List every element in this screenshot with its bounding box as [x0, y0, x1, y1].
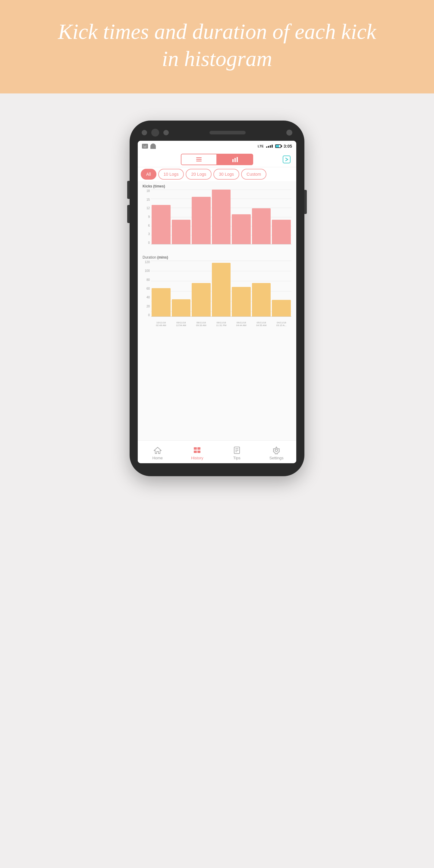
kicks-bar-5 [232, 214, 251, 244]
duration-bar-4 [212, 263, 231, 317]
camera-dot-right [286, 130, 292, 135]
kicks-chart-label: Kicks (times) [143, 184, 291, 188]
duration-bar-5 [232, 287, 251, 317]
nav-label-settings: Settings [270, 456, 284, 460]
speaker-bar [210, 131, 246, 134]
svg-marker-10 [154, 447, 161, 454]
volume-button-up [127, 181, 130, 199]
kicks-bar-4 [212, 190, 231, 244]
camera-area [142, 129, 169, 136]
bottom-nav: Home History [138, 440, 296, 463]
header-banner: Kick times and duration of each kick in … [0, 0, 434, 93]
lte-label: LTE [258, 144, 264, 148]
signal-icon [266, 145, 273, 148]
svg-rect-4 [196, 159, 202, 160]
camera-lens [151, 129, 159, 136]
phone-wrapper: LTE 3:05 [130, 121, 304, 476]
kicks-chart-section: Kicks (times) 18 15 12 9 6 3 0 [138, 181, 296, 250]
duration-bar-3 [192, 283, 211, 317]
svg-point-20 [275, 449, 278, 452]
chart-icon [232, 156, 239, 163]
duration-x-labels: 10/11/1802:48 AM 09/11/1812:54 AM 08/11/… [151, 321, 291, 327]
duration-y-axis: 120 100 80 60 40 20 0 [143, 261, 151, 327]
status-left-icons [142, 144, 156, 149]
duration-bar-2 [172, 299, 191, 317]
svg-rect-7 [235, 158, 236, 162]
svg-rect-14 [197, 451, 200, 453]
sd-card-icon [142, 144, 148, 149]
nav-item-history[interactable]: History [178, 444, 217, 460]
svg-rect-8 [237, 157, 238, 162]
power-button [304, 190, 307, 214]
export-icon [282, 155, 291, 164]
filter-tab-all[interactable]: All [141, 169, 156, 180]
charts-area: Kicks (times) 18 15 12 9 6 3 0 [138, 181, 296, 440]
chart-view-button[interactable] [217, 154, 253, 165]
settings-icon [272, 446, 281, 455]
nav-item-home[interactable]: Home [138, 444, 178, 460]
kicks-bar-3 [192, 197, 211, 244]
kicks-chart-container: 18 15 12 9 6 3 0 [143, 190, 291, 250]
duration-bar-1 [152, 288, 170, 317]
tips-icon [233, 446, 241, 455]
kicks-y-axis: 18 15 12 9 6 3 0 [143, 190, 151, 250]
nav-item-tips[interactable]: Tips [217, 444, 257, 460]
svg-rect-12 [197, 447, 200, 450]
kicks-bar-7 [272, 220, 291, 244]
svg-rect-6 [232, 159, 234, 162]
home-icon [153, 446, 162, 455]
battery-icon [275, 144, 281, 148]
nav-label-history: History [191, 456, 203, 460]
kicks-bar-6 [252, 208, 271, 244]
status-right-icons: LTE 3:05 [258, 144, 292, 149]
svg-rect-9 [283, 156, 290, 163]
duration-bar-7 [272, 300, 291, 317]
filter-tabs: All 10 Logs 20 Logs 30 Logs Custom [138, 167, 296, 181]
status-bar: LTE 3:05 [138, 141, 296, 152]
time-display: 3:05 [284, 144, 292, 149]
export-button[interactable] [281, 154, 292, 165]
svg-rect-5 [196, 161, 202, 161]
svg-rect-13 [194, 451, 197, 453]
svg-rect-11 [194, 447, 197, 450]
nav-label-home: Home [152, 456, 163, 460]
phone-screen: LTE 3:05 [138, 141, 296, 463]
phone-frame: LTE 3:05 [130, 121, 304, 476]
filter-tab-10logs[interactable]: 10 Logs [158, 169, 184, 180]
duration-bars-wrapper: 10/11/1802:48 AM 09/11/1812:54 AM 08/11/… [151, 261, 291, 327]
kicks-bar-2 [172, 220, 191, 244]
top-nav [138, 152, 296, 167]
svg-rect-3 [196, 157, 202, 158]
svg-rect-0 [144, 145, 147, 148]
kicks-bars-row [151, 190, 291, 244]
camera-dot-1 [142, 130, 147, 135]
duration-chart-section: Duration (mins) 120 100 80 60 40 20 0 [138, 252, 296, 327]
duration-zero-line [151, 316, 291, 317]
filter-tab-custom[interactable]: Custom [241, 169, 267, 180]
duration-chart-container: 120 100 80 60 40 20 0 [143, 261, 291, 327]
duration-chart-label: Duration (mins) [143, 255, 291, 259]
filter-tab-20logs[interactable]: 20 Logs [186, 169, 212, 180]
camera-dot-2 [163, 130, 169, 135]
svg-rect-1 [144, 145, 145, 146]
kicks-zero-line [151, 244, 291, 244]
history-icon [193, 446, 201, 455]
nav-label-tips: Tips [233, 456, 241, 460]
svg-rect-2 [145, 145, 146, 146]
header-title: Kick times and duration of each kick in … [36, 18, 398, 72]
volume-button-down [127, 205, 130, 223]
nav-item-settings[interactable]: Settings [257, 444, 297, 460]
phone-top-bar [130, 124, 304, 141]
kicks-bars-wrapper [151, 190, 291, 250]
duration-bars-row [151, 261, 291, 317]
duration-bar-6 [252, 283, 271, 317]
kicks-bar-1 [152, 205, 170, 244]
list-view-button[interactable] [181, 154, 217, 165]
filter-tab-30logs[interactable]: 30 Logs [213, 169, 239, 180]
android-icon [150, 144, 156, 149]
hamburger-icon [195, 156, 202, 163]
